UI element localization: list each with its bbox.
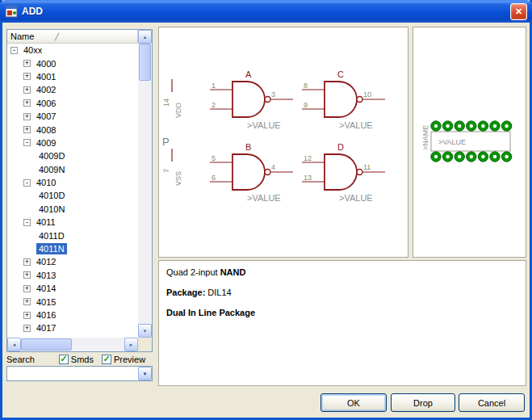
- power-pin-name: VSS: [174, 171, 182, 186]
- pin-number: 4: [271, 163, 275, 171]
- collapse-icon[interactable]: -: [23, 179, 31, 187]
- scroll-left-button[interactable]: ◄: [7, 338, 21, 351]
- package-value-placeholder: >VALUE: [438, 138, 466, 146]
- description-bold: Package:: [166, 288, 205, 297]
- scroll-down-button[interactable]: ▼: [138, 324, 152, 338]
- description-text: Quad 2-input: [166, 267, 220, 277]
- expand-icon[interactable]: +: [23, 73, 31, 80]
- pad: [501, 121, 511, 131]
- tree-item-4002[interactable]: +4002: [7, 83, 138, 96]
- tree-header[interactable]: Name: [7, 30, 138, 44]
- tree-item-4001[interactable]: +4001: [7, 70, 138, 83]
- tree-item-4013[interactable]: +4013: [7, 269, 138, 282]
- expand-icon[interactable]: +: [23, 126, 31, 133]
- drop-button[interactable]: Drop: [391, 393, 455, 412]
- tree-item-4010[interactable]: -4010: [7, 176, 138, 189]
- gate-letter: B: [245, 142, 251, 152]
- tree-item-label: 4011: [34, 216, 58, 228]
- tree-item-4009N[interactable]: 4009N: [7, 163, 138, 176]
- preview-checkbox[interactable]: ✓ Preview: [102, 355, 145, 364]
- tree-item-4016[interactable]: +4016: [7, 309, 138, 321]
- scroll-up-button[interactable]: ▲: [138, 30, 152, 44]
- tree-item-4009[interactable]: -4009: [7, 136, 138, 149]
- tree-item-label: 4016: [34, 309, 58, 321]
- tree-item-4000[interactable]: +4000: [7, 57, 138, 69]
- dropdown-button[interactable]: ▼: [138, 367, 152, 380]
- value-placeholder: >VALUE: [339, 120, 373, 130]
- tree-item-label: 4010D: [36, 190, 67, 201]
- tree-item-label: 4010: [34, 177, 58, 188]
- collapse-icon[interactable]: -: [23, 219, 31, 226]
- tree-item-4011D[interactable]: 4011D: [7, 229, 138, 242]
- cancel-button[interactable]: Cancel: [459, 393, 525, 412]
- smds-checkbox[interactable]: ✓ Smds: [59, 355, 94, 364]
- chevron-down-icon: ▼: [143, 372, 148, 376]
- close-icon: ✕: [515, 6, 522, 17]
- expand-icon[interactable]: +: [23, 312, 31, 319]
- tree-item-label: 4006: [34, 98, 58, 109]
- close-button[interactable]: ✕: [510, 3, 527, 20]
- checkbox-checked-icon: ✓: [59, 355, 69, 364]
- tree-item-4011[interactable]: -4011: [7, 216, 138, 229]
- arrow-right-icon: ►: [129, 342, 134, 347]
- tree-item-label: 4009D: [36, 150, 67, 162]
- tree-item-40xx[interactable]: -40xx: [7, 44, 138, 57]
- scroll-right-button[interactable]: ►: [124, 338, 138, 351]
- tree-item-label: 4015: [34, 296, 58, 308]
- expand-icon[interactable]: +: [23, 113, 31, 120]
- pin-number: 5: [212, 154, 216, 162]
- expand-icon[interactable]: +: [23, 285, 31, 292]
- tree-item-4017[interactable]: +4017: [7, 321, 138, 334]
- pin-number: 9: [304, 101, 308, 109]
- tree-item-4010D[interactable]: 4010D: [7, 189, 138, 202]
- expand-icon[interactable]: +: [23, 99, 31, 107]
- expand-icon[interactable]: +: [23, 60, 31, 67]
- tree-list: -40xx+4000+4001+4002+4006+4007+4008-4009…: [7, 44, 138, 338]
- pin-number: 2: [212, 101, 216, 109]
- pad: [431, 121, 441, 131]
- tree-item-label: 4007: [34, 111, 58, 122]
- search-options-row: Search ✓ Smds ✓ Preview: [6, 353, 153, 365]
- tree-item-4011N[interactable]: 4011N: [7, 242, 138, 255]
- tree-item-4014[interactable]: +4014: [7, 282, 138, 295]
- collapse-icon[interactable]: -: [10, 47, 18, 54]
- search-label: Search: [6, 355, 35, 364]
- search-input[interactable]: [7, 369, 138, 379]
- power-pin-number: 14: [162, 99, 170, 107]
- tree-item-4006[interactable]: +4006: [7, 97, 138, 110]
- tree-item-4007[interactable]: +4007: [7, 110, 138, 123]
- tree-item-label: 4011N: [36, 243, 67, 254]
- checkbox-checked-icon: ✓: [102, 355, 111, 364]
- pad: [431, 152, 441, 162]
- pad: [478, 152, 488, 162]
- expand-icon[interactable]: +: [23, 325, 31, 332]
- vertical-scrollbar-thumb[interactable]: [139, 44, 151, 81]
- tree-item-4015[interactable]: +4015: [7, 295, 138, 308]
- collapse-icon[interactable]: -: [23, 139, 31, 146]
- horizontal-scrollbar-thumb[interactable]: [21, 338, 72, 351]
- expand-icon[interactable]: +: [23, 271, 31, 279]
- search-combobox[interactable]: ▼: [6, 366, 153, 381]
- tree-item-label: 4002: [34, 84, 58, 95]
- titlebar[interactable]: ADD ✕: [0, 0, 532, 23]
- tree-item-4010N[interactable]: 4010N: [7, 203, 138, 216]
- gate-letter: C: [337, 69, 344, 79]
- pad: [478, 121, 488, 131]
- description-bold: NAND: [220, 267, 246, 277]
- description-text: DIL14: [205, 288, 231, 297]
- expand-icon[interactable]: +: [23, 258, 31, 266]
- package-svg: >NAME>VALUE: [413, 27, 526, 257]
- tree-item-4008[interactable]: +4008: [7, 123, 138, 136]
- tree-item-4012[interactable]: +4012: [7, 255, 138, 268]
- ok-button[interactable]: OK: [320, 393, 387, 412]
- pad: [467, 121, 476, 131]
- preview-checkbox-label: Preview: [114, 355, 145, 364]
- tree-item-label: 40xx: [21, 44, 44, 56]
- expand-icon[interactable]: +: [23, 86, 31, 94]
- tree-vertical-scrollbar[interactable]: ▲ ▼: [138, 30, 152, 338]
- expand-icon[interactable]: +: [23, 298, 31, 305]
- tree-item-4009D[interactable]: 4009D: [7, 149, 138, 162]
- tree-horizontal-scrollbar[interactable]: ◄ ►: [7, 338, 138, 351]
- description-bold: Dual In Line Package: [166, 308, 255, 317]
- gate-letter: D: [337, 142, 344, 152]
